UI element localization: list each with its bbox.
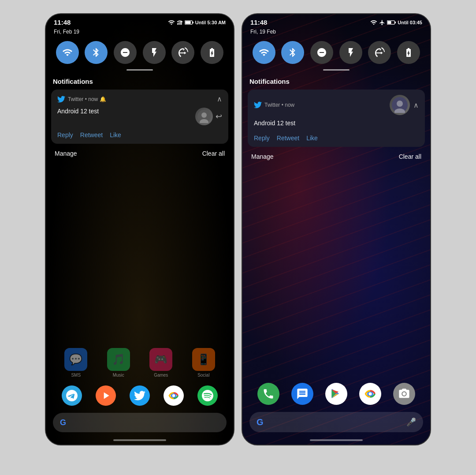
- left-dock-spotify[interactable]: [197, 385, 218, 406]
- right-dock-camera[interactable]: [393, 383, 415, 405]
- music-app-icon: 🎵: [107, 348, 130, 371]
- right-notif-label: Notifications: [242, 78, 430, 90]
- svg-rect-13: [388, 21, 391, 24]
- left-app-sms[interactable]: 💬 SMS: [64, 348, 87, 378]
- chrome-icon-left: [168, 390, 179, 401]
- sms-app-icon: 💬: [64, 348, 87, 371]
- left-search-bar[interactable]: G: [53, 413, 227, 432]
- qs-rotate-right[interactable]: [368, 41, 391, 64]
- right-notif-content: Android 12 test: [254, 120, 419, 128]
- sms-label: SMS: [71, 373, 81, 378]
- left-dock: [46, 382, 234, 410]
- right-dock-messages[interactable]: [291, 383, 313, 405]
- left-dock-chrome[interactable]: [164, 385, 184, 406]
- qs-battery-right[interactable]: [397, 41, 420, 64]
- google-g-left: G: [60, 418, 66, 427]
- right-home-indicator: [310, 439, 363, 441]
- svg-rect-0: [177, 23, 178, 25]
- left-like-button[interactable]: Like: [110, 131, 121, 138]
- left-notif-card[interactable]: Twitter • now 🔔 ∧ Android 12 test: [51, 90, 228, 144]
- qs-dnd-left[interactable]: [114, 41, 137, 64]
- qs-bluetooth-right[interactable]: [281, 41, 304, 64]
- games-app-icon: 🎮: [149, 348, 172, 371]
- right-retweet-button[interactable]: Retweet: [277, 135, 299, 142]
- left-status-icons: Until 5:30 AM: [168, 19, 226, 26]
- qs-battery-left[interactable]: [201, 41, 223, 64]
- qs-rotate-left[interactable]: [171, 41, 194, 64]
- right-dock-chrome[interactable]: [359, 383, 381, 405]
- left-date-bar: Fri, Feb 19: [46, 29, 234, 38]
- right-search-bar[interactable]: G 🎤: [249, 412, 423, 432]
- battery-icon-right: [387, 19, 396, 26]
- right-dock-playstore[interactable]: [325, 383, 347, 405]
- right-manage[interactable]: Manage: [251, 153, 274, 160]
- left-reply-button[interactable]: Reply: [57, 131, 73, 138]
- qs-flashlight-left[interactable]: [143, 41, 166, 64]
- left-app-music[interactable]: 🎵 Music: [107, 348, 130, 378]
- left-manage-row: Manage Clear all: [46, 144, 234, 161]
- left-notif-label: Notifications: [46, 78, 234, 90]
- right-notif-body: Android 12 test: [254, 120, 419, 128]
- svg-point-8: [201, 112, 207, 118]
- left-notif-appname: Twitter • now 🔔: [68, 96, 106, 102]
- music-label: Music: [113, 373, 124, 378]
- play-icon: [100, 390, 112, 401]
- right-notif-actions: Reply Retweet Like: [254, 135, 419, 142]
- qs-wifi-right[interactable]: [253, 41, 275, 64]
- main-container: 11:48 Until 5:30 AM Fri, Feb 19: [0, 0, 476, 475]
- qs-bluetooth-left[interactable]: [85, 41, 108, 64]
- left-notif-header: Twitter • now 🔔 ∧: [57, 95, 222, 103]
- qs-dnd-right[interactable]: [310, 41, 333, 64]
- left-notif-avatar-area: ↩: [195, 108, 222, 125]
- right-dock: [242, 378, 430, 409]
- twitter-icon-right: [254, 101, 262, 109]
- battery-icon: [185, 19, 193, 26]
- right-dock-phone[interactable]: [257, 383, 279, 405]
- left-quick-settings: [46, 38, 234, 69]
- left-notif-body: Android 12 test ↩: [57, 108, 222, 125]
- svg-rect-6: [192, 21, 193, 23]
- wifi-icon: [168, 19, 175, 26]
- rotate-qs-right-icon: [374, 47, 385, 58]
- left-status-bar: 11:48 Until 5:30 AM: [46, 14, 234, 29]
- bluetooth-qs-right-icon: [287, 47, 298, 58]
- right-notif-card[interactable]: Twitter • now ∧: [248, 90, 425, 147]
- left-home-indicator: [113, 439, 166, 441]
- qs-flashlight-right[interactable]: [339, 41, 362, 64]
- left-dock-twitter[interactable]: [130, 385, 150, 406]
- left-dock-play[interactable]: [96, 385, 116, 406]
- right-like-button[interactable]: Like: [306, 135, 318, 142]
- left-dock-telegram[interactable]: [62, 385, 82, 406]
- right-clear-all[interactable]: Clear all: [399, 153, 421, 160]
- left-phone: 11:48 Until 5:30 AM Fri, Feb 19: [45, 13, 234, 445]
- left-app-social[interactable]: 📱 Social: [192, 348, 215, 378]
- right-notif-header: Twitter • now ∧: [254, 95, 419, 115]
- left-battery-text: Until 5:30 AM: [195, 20, 226, 25]
- right-notif-app-row: Twitter • now: [254, 101, 294, 109]
- mic-icon-right: 🎤: [406, 417, 416, 427]
- left-retweet-button[interactable]: Retweet: [80, 131, 103, 138]
- avatar-face-left: [197, 110, 211, 123]
- right-notif-header-right: ∧: [390, 95, 419, 115]
- left-reply-icon: ↩: [216, 112, 222, 121]
- right-notif-chevron[interactable]: ∧: [413, 101, 419, 109]
- right-reply-button[interactable]: Reply: [254, 135, 270, 142]
- qs-wifi-left[interactable]: [56, 41, 79, 64]
- left-notif-chevron[interactable]: ∧: [217, 95, 222, 103]
- left-notif-text: Android 12 test: [57, 108, 195, 115]
- wifi-icon-right: [370, 19, 377, 26]
- svg-rect-1: [178, 22, 179, 25]
- messages-icon-right: [296, 388, 309, 400]
- right-notif-avatar: [390, 95, 410, 115]
- left-notif-avatar: [195, 108, 213, 125]
- right-notif-appname: Twitter • now: [264, 102, 294, 108]
- left-app-games[interactable]: 🎮 Games: [149, 348, 172, 378]
- twitter-icon-left: [57, 95, 65, 103]
- camera-icon-right: [398, 388, 410, 400]
- right-phone: 11:48 Until 03:45 Fri, 19 Feb: [242, 13, 431, 445]
- dnd-qs-right-icon: [316, 47, 327, 58]
- right-notif-text: Android 12 test: [254, 120, 419, 127]
- left-manage[interactable]: Manage: [55, 150, 77, 157]
- svg-point-19: [369, 393, 372, 396]
- left-clear-all[interactable]: Clear all: [202, 150, 225, 157]
